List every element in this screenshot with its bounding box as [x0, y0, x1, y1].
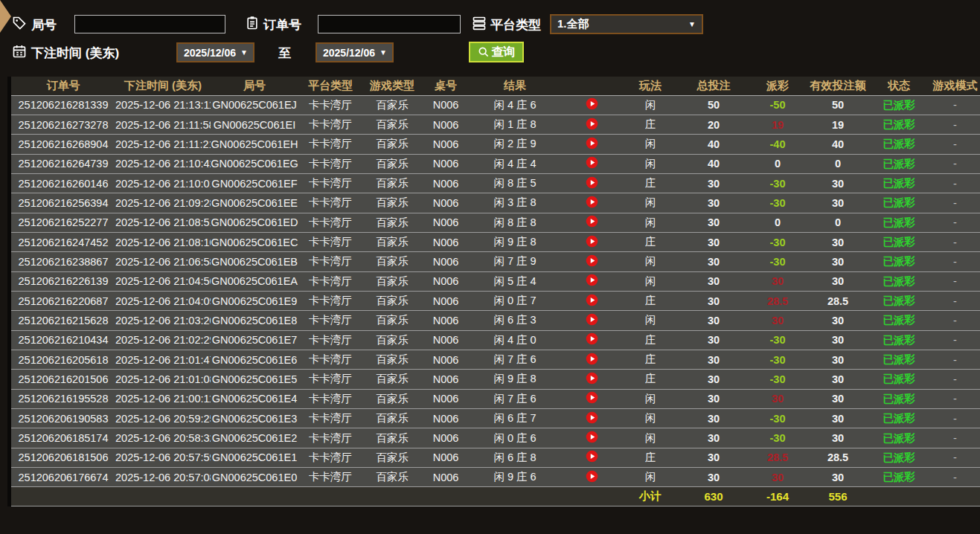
play-icon[interactable] — [586, 196, 598, 208]
cell-platform: 卡卡湾厅 — [298, 135, 362, 154]
cell-result: 闲 2 庄 9 — [470, 135, 560, 154]
cell-replay — [560, 291, 623, 310]
cell-replay — [560, 232, 623, 251]
cell-order: 251206216210434 — [11, 330, 115, 350]
cell-replay — [560, 252, 623, 271]
cell-payout: -30 — [749, 173, 806, 193]
cell-game-mode: - — [928, 370, 980, 389]
query-button[interactable]: 查询 — [469, 42, 524, 62]
play-icon[interactable] — [586, 176, 598, 189]
play-icon[interactable] — [586, 97, 598, 110]
table-row: 251206216281339 2025-12-06 21:13:11 GN00… — [11, 95, 980, 115]
cell-platform: 卡卡湾厅 — [298, 448, 362, 467]
play-icon[interactable] — [586, 215, 598, 228]
cell-order: 251206216215628 — [11, 311, 115, 330]
cell-round: GN00625C061E8 — [211, 311, 298, 330]
play-icon[interactable] — [586, 235, 598, 248]
table-row: 251206216268904 2025-12-06 21:11:21 GN00… — [11, 135, 980, 154]
cell-play-type: 庄 — [623, 232, 678, 251]
play-icon[interactable] — [586, 313, 598, 326]
cell-round: GN00625C061E1 — [211, 448, 298, 467]
cell-result: 闲 1 庄 8 — [470, 115, 560, 134]
cell-status: 已派彩 — [870, 389, 928, 408]
cell-table-no: N006 — [422, 154, 470, 173]
cell-valid-bet: 40 — [806, 135, 870, 154]
cell-valid-bet: 30 — [806, 350, 870, 369]
date-to-select[interactable]: 2025/12/06 ▼ — [316, 42, 394, 62]
cell-round: GN00625C061EH — [211, 135, 298, 154]
cell-game-type: 百家乐 — [362, 95, 422, 115]
cell-round: GN00625C061E4 — [211, 389, 298, 408]
cell-total-bet: 30 — [678, 173, 749, 193]
cell-valid-bet: 30 — [806, 193, 870, 213]
cell-game-mode: - — [928, 213, 980, 232]
cell-table-no: N006 — [422, 311, 470, 330]
cell-replay — [560, 330, 623, 350]
cell-result: 闲 9 庄 6 — [470, 468, 560, 487]
cell-bet-time: 2025-12-06 21:02:29 — [115, 330, 211, 350]
cell-platform: 卡卡湾厅 — [298, 409, 362, 428]
cell-payout: 30 — [749, 271, 806, 291]
play-icon[interactable] — [586, 353, 598, 365]
cell-status: 已派彩 — [870, 468, 928, 487]
cell-result: 闲 3 庄 8 — [470, 193, 560, 213]
cell-round: GN00625C061EE — [211, 193, 298, 213]
cell-bet-time: 2025-12-06 20:58:32 — [115, 428, 211, 448]
play-icon[interactable] — [586, 137, 598, 149]
cell-order: 251206216256394 — [11, 193, 115, 213]
cell-platform: 卡卡湾厅 — [298, 330, 362, 350]
cell-payout: 30 — [749, 311, 806, 330]
collapse-arrow-icon[interactable] — [0, 0, 11, 33]
play-icon[interactable] — [586, 391, 598, 404]
chevron-down-icon: ▼ — [379, 48, 387, 57]
subtotal-row: 小计 630 -164 556 — [11, 487, 980, 506]
cell-play-type: 闲 — [623, 428, 678, 448]
cell-replay — [560, 95, 623, 115]
round-input[interactable] — [74, 15, 225, 33]
cell-round: GN00625C061E0 — [211, 468, 298, 487]
cell-play-type: 闲 — [623, 252, 678, 271]
play-icon[interactable] — [586, 450, 598, 463]
cell-order: 251206216205618 — [11, 350, 115, 369]
cell-play-type: 庄 — [623, 173, 678, 193]
header-status: 状态 — [870, 77, 928, 95]
cell-play-type: 闲 — [623, 468, 678, 487]
cell-total-bet: 30 — [678, 213, 749, 232]
cell-result: 闲 7 庄 6 — [470, 389, 560, 408]
cell-status: 已派彩 — [870, 95, 928, 115]
cell-total-bet: 30 — [678, 409, 749, 428]
play-icon[interactable] — [586, 411, 598, 424]
cell-game-type: 百家乐 — [362, 468, 422, 487]
play-icon[interactable] — [586, 274, 598, 286]
play-icon[interactable] — [586, 254, 598, 267]
date-from-select[interactable]: 2025/12/06 ▼ — [176, 42, 254, 62]
cell-payout: 0 — [749, 154, 806, 173]
table-row: 251206216238867 2025-12-06 21:06:58 GN00… — [11, 252, 980, 271]
cell-total-bet: 30 — [678, 370, 749, 389]
cell-payout: 30 — [749, 468, 806, 487]
play-icon[interactable] — [586, 294, 598, 306]
play-icon[interactable] — [586, 470, 598, 483]
subtotal-valid-bet: 556 — [806, 487, 870, 506]
cell-bet-time: 2025-12-06 21:08:51 — [115, 213, 211, 232]
play-icon[interactable] — [586, 118, 598, 130]
cell-order: 251206206190583 — [11, 409, 115, 428]
cell-game-type: 百家乐 — [362, 350, 422, 369]
to-label: 至 — [278, 45, 291, 62]
header-total-bet: 总投注 — [678, 77, 749, 95]
play-icon[interactable] — [586, 372, 598, 385]
cell-valid-bet: 30 — [806, 409, 870, 428]
cell-bet-time: 2025-12-06 21:00:11 — [115, 389, 211, 408]
cell-status: 已派彩 — [870, 252, 928, 271]
cell-order: 251206216220687 — [11, 291, 115, 310]
cell-play-type: 闲 — [623, 389, 678, 408]
table-row: 251206216201506 2025-12-06 21:01:08 GN00… — [11, 370, 980, 389]
play-icon[interactable] — [586, 431, 598, 443]
cell-bet-time: 2025-12-06 21:10:01 — [115, 173, 211, 193]
play-icon[interactable] — [586, 332, 598, 345]
play-icon[interactable] — [586, 156, 598, 169]
platform-select[interactable]: 1.全部 ▼ — [550, 14, 703, 34]
header-order: 订单号 — [11, 77, 115, 95]
order-input[interactable] — [318, 15, 461, 33]
cell-play-type: 闲 — [623, 271, 678, 291]
